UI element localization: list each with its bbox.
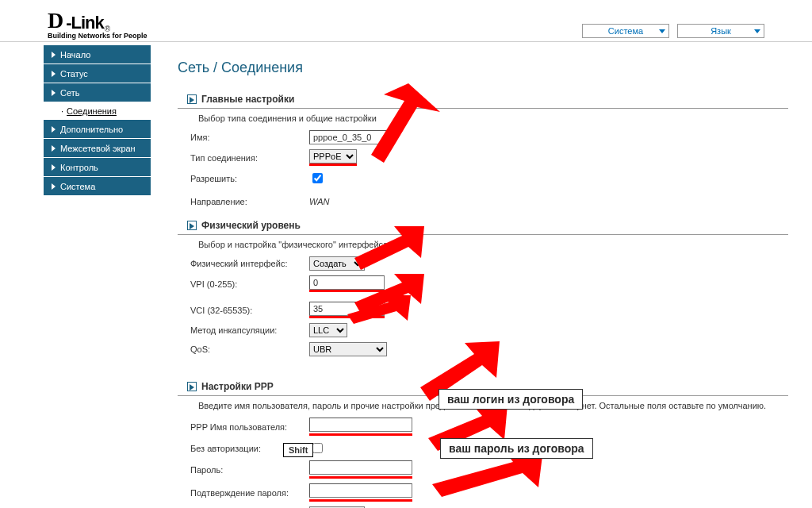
type-label: Тип соединения: bbox=[190, 153, 309, 163]
sidebar-item-label: Система bbox=[60, 182, 95, 191]
qos-label: QoS: bbox=[190, 344, 309, 354]
vpi-label: VPI (0-255): bbox=[190, 279, 309, 289]
section-desc: Выбор и настройка "физического" интерфей… bbox=[178, 235, 788, 254]
sidebar-item-label: Статус bbox=[60, 69, 88, 79]
sidebar-item-label: Межсетевой экран bbox=[60, 144, 136, 153]
name-label: Имя: bbox=[190, 133, 309, 142]
page-title: Сеть / Соединения bbox=[178, 60, 788, 76]
section-main: Главные настройки Выбор типа соединения … bbox=[178, 94, 788, 210]
sidebar-item-label: Начало bbox=[60, 50, 90, 60]
sidebar: Начало Статус Сеть · Соединения Дополнит… bbox=[0, 45, 151, 508]
sidebar-item-label: Сеть bbox=[60, 88, 79, 98]
section-desc: Выбор типа соединения и общие настройки bbox=[178, 109, 788, 128]
direction-value: WAN bbox=[309, 197, 329, 206]
language-dropdown-label: Язык bbox=[710, 26, 731, 36]
pass-input[interactable] bbox=[309, 460, 412, 475]
sidebar-item-control[interactable]: Контроль bbox=[44, 158, 151, 177]
encap-select[interactable]: LLC bbox=[309, 323, 347, 337]
note-password: ваш пароль из договора bbox=[440, 438, 593, 459]
sidebar-item-status[interactable]: Статус bbox=[44, 64, 151, 83]
sidebar-item-additional[interactable]: Дополнительно bbox=[44, 120, 151, 139]
caret-right-icon bbox=[52, 145, 56, 152]
section-icon bbox=[187, 382, 197, 391]
section-title: Главные настройки bbox=[201, 94, 294, 105]
direction-label: Направление: bbox=[190, 197, 309, 206]
vpi-input[interactable] bbox=[309, 275, 385, 290]
type-select[interactable]: PPPoE bbox=[309, 149, 357, 164]
caret-right-icon bbox=[52, 90, 56, 96]
allow-checkbox[interactable] bbox=[312, 173, 323, 183]
name-input[interactable] bbox=[309, 130, 389, 144]
sidebar-item-firewall[interactable]: Межсетевой экран bbox=[44, 139, 151, 158]
sidebar-item-label: Дополнительно bbox=[60, 125, 123, 134]
noauth-checkbox[interactable] bbox=[312, 443, 323, 453]
chevron-down-icon bbox=[754, 29, 760, 33]
iface-select[interactable]: Создать bbox=[309, 256, 365, 271]
encap-label: Метод инкапсуляции: bbox=[190, 325, 309, 335]
sidebar-subitem-connections[interactable]: · Соединения bbox=[44, 102, 151, 120]
vci-label: VCI (32-65535): bbox=[190, 306, 309, 315]
pass-label: Пароль: bbox=[190, 465, 309, 475]
shift-key-indicator: Shift bbox=[283, 443, 313, 457]
sidebar-item-network[interactable]: Сеть bbox=[44, 83, 151, 102]
sidebar-subitem-label: Соединения bbox=[67, 106, 117, 116]
caret-right-icon bbox=[52, 71, 56, 77]
language-dropdown[interactable]: Язык bbox=[677, 24, 764, 38]
sidebar-item-start[interactable]: Начало bbox=[44, 45, 151, 64]
section-title: Настройки PPP bbox=[201, 381, 274, 392]
logo: D-Link® Building Networks for People bbox=[48, 8, 147, 40]
section-title: Физический уровень bbox=[201, 220, 301, 231]
ppp-user-label: PPP Имя пользователя: bbox=[190, 422, 309, 432]
sidebar-item-label: Контроль bbox=[60, 163, 98, 172]
caret-right-icon bbox=[52, 183, 56, 190]
section-icon bbox=[187, 94, 197, 104]
confirm-label: Подтверждение пароля: bbox=[190, 488, 309, 498]
allow-label: Разрешить: bbox=[190, 174, 309, 183]
iface-label: Физический интерфейс: bbox=[190, 259, 309, 268]
qos-select[interactable]: UBR bbox=[309, 342, 387, 356]
system-dropdown[interactable]: Система bbox=[582, 24, 669, 38]
logo-tagline: Building Networks for People bbox=[48, 32, 147, 40]
section-icon bbox=[187, 221, 197, 230]
caret-right-icon bbox=[52, 126, 56, 133]
ppp-user-input[interactable] bbox=[309, 418, 412, 432]
chevron-down-icon bbox=[659, 29, 665, 33]
section-physical: Физический уровень Выбор и настройка "фи… bbox=[178, 220, 788, 359]
vci-input[interactable] bbox=[309, 302, 385, 316]
caret-right-icon bbox=[52, 164, 56, 171]
note-login: ваш логин из договора bbox=[439, 389, 583, 410]
caret-right-icon bbox=[52, 52, 56, 58]
system-dropdown-label: Система bbox=[608, 26, 643, 36]
sidebar-item-system[interactable]: Система bbox=[44, 177, 151, 196]
confirm-input[interactable] bbox=[309, 483, 412, 498]
